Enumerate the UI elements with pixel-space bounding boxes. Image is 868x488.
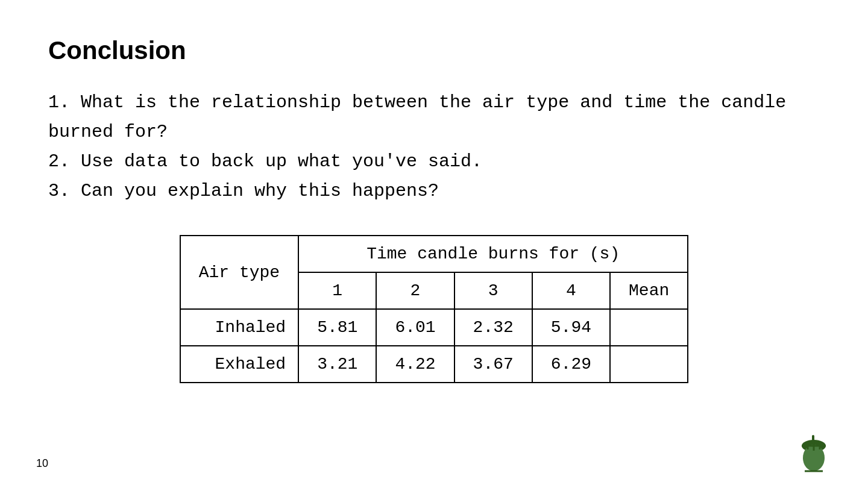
question-1: 1. What is the relationship between the …: [48, 89, 820, 116]
table-row-exhaled: Exhaled 3.21 4.22 3.67 6.29: [180, 346, 688, 383]
row-label-exhaled: Exhaled: [180, 346, 298, 383]
inhaled-val-1: 5.81: [298, 309, 376, 346]
sub-header-3: 3: [454, 272, 532, 309]
exhaled-val-4: 6.29: [532, 346, 610, 383]
data-table-container: Air type Time candle burns for (s) 1 2 3…: [48, 235, 820, 383]
row-label-inhaled: Inhaled: [180, 309, 298, 346]
question-1-cont: burned for?: [48, 119, 820, 146]
questions-block: 1. What is the relationship between the …: [48, 89, 820, 205]
sub-header-2: 2: [376, 272, 454, 309]
air-type-header: Air type: [180, 236, 298, 309]
table-row-inhaled: Inhaled 5.81 6.01 2.32 5.94: [180, 309, 688, 346]
sub-header-4: 4: [532, 272, 610, 309]
exhaled-val-2: 4.22: [376, 346, 454, 383]
inhaled-val-4: 5.94: [532, 309, 610, 346]
exhaled-val-1: 3.21: [298, 346, 376, 383]
results-table: Air type Time candle burns for (s) 1 2 3…: [180, 235, 689, 383]
inhaled-val-2: 6.01: [376, 309, 454, 346]
exhaled-val-3: 3.67: [454, 346, 532, 383]
question-2: 2. Use data to back up what you've said.: [48, 148, 820, 175]
inhaled-val-3: 2.32: [454, 309, 532, 346]
sub-header-1: 1: [298, 272, 376, 309]
acorn-logo: [796, 434, 832, 476]
time-header: Time candle burns for (s): [298, 236, 688, 272]
exhaled-mean: [610, 346, 688, 383]
slide-title: Conclusion: [48, 36, 820, 65]
page-number: 10: [36, 457, 48, 470]
sub-header-mean: Mean: [610, 272, 688, 309]
question-3: 3. Can you explain why this happens?: [48, 178, 820, 205]
inhaled-mean: [610, 309, 688, 346]
